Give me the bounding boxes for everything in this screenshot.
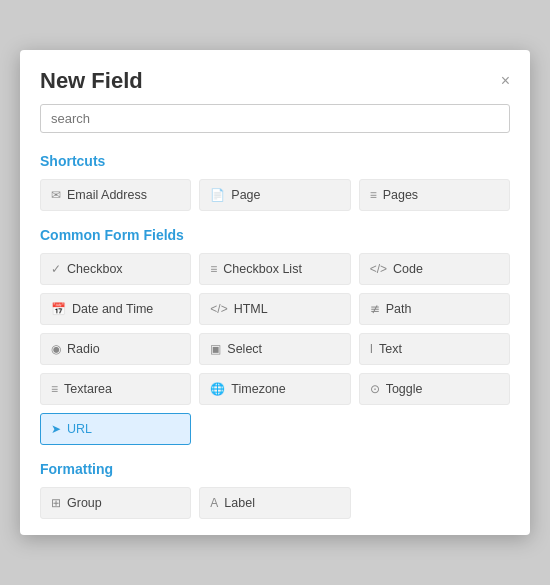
field-label-toggle: Toggle (386, 382, 423, 396)
field-label-timezone: Timezone (231, 382, 285, 396)
field-grid-formatting: ⊞GroupALabel (40, 487, 510, 519)
field-icon-html: </> (210, 302, 227, 316)
field-grid-shortcuts: ✉Email Address📄Page≡Pages (40, 179, 510, 211)
close-button[interactable]: × (501, 73, 510, 89)
field-item-timezone[interactable]: 🌐Timezone (199, 373, 350, 405)
field-item-email-address[interactable]: ✉Email Address (40, 179, 191, 211)
modal-header: New Field × (20, 50, 530, 104)
field-icon-text: I (370, 342, 373, 356)
section-common-form-fields: Common Form Fields✓Checkbox≡Checkbox Lis… (20, 217, 530, 451)
field-item-pages[interactable]: ≡Pages (359, 179, 510, 211)
field-icon-page: 📄 (210, 188, 225, 202)
modal-body: Shortcuts✉Email Address📄Page≡PagesCommon… (20, 143, 530, 535)
field-icon-email-address: ✉ (51, 188, 61, 202)
field-item-select[interactable]: ▣Select (199, 333, 350, 365)
field-icon-checkbox: ✓ (51, 262, 61, 276)
section-formatting: Formatting⊞GroupALabel (20, 451, 530, 525)
field-label-checkbox: Checkbox (67, 262, 123, 276)
field-label-date-and-time: Date and Time (72, 302, 153, 316)
field-item-radio[interactable]: ◉Radio (40, 333, 191, 365)
field-icon-checkbox-list: ≡ (210, 262, 217, 276)
field-label-html: HTML (234, 302, 268, 316)
field-label-group: Group (67, 496, 102, 510)
new-field-modal: New Field × Shortcuts✉Email Address📄Page… (20, 50, 530, 535)
field-item-url[interactable]: ➤URL (40, 413, 191, 445)
field-item-text[interactable]: IText (359, 333, 510, 365)
field-label-path: Path (386, 302, 412, 316)
field-item-checkbox-list[interactable]: ≡Checkbox List (199, 253, 350, 285)
field-icon-pages: ≡ (370, 188, 377, 202)
field-label-select: Select (227, 342, 262, 356)
field-item-textarea[interactable]: ≡Textarea (40, 373, 191, 405)
field-label-url: URL (67, 422, 92, 436)
field-icon-date-and-time: 📅 (51, 302, 66, 316)
field-grid-common-form-fields: ✓Checkbox≡Checkbox List</>Code📅Date and … (40, 253, 510, 445)
field-item-toggle[interactable]: ⊙Toggle (359, 373, 510, 405)
field-icon-radio: ◉ (51, 342, 61, 356)
field-icon-url: ➤ (51, 422, 61, 436)
field-icon-textarea: ≡ (51, 382, 58, 396)
field-item-checkbox[interactable]: ✓Checkbox (40, 253, 191, 285)
field-item-code[interactable]: </>Code (359, 253, 510, 285)
field-item-date-and-time[interactable]: 📅Date and Time (40, 293, 191, 325)
search-area (20, 104, 530, 143)
field-label-page: Page (231, 188, 260, 202)
section-title-common-form-fields: Common Form Fields (40, 227, 510, 243)
field-label-pages: Pages (383, 188, 418, 202)
field-icon-toggle: ⊙ (370, 382, 380, 396)
field-icon-select: ▣ (210, 342, 221, 356)
field-icon-timezone: 🌐 (210, 382, 225, 396)
section-shortcuts: Shortcuts✉Email Address📄Page≡Pages (20, 143, 530, 217)
section-title-shortcuts: Shortcuts (40, 153, 510, 169)
field-label-email-address: Email Address (67, 188, 147, 202)
field-label-code: Code (393, 262, 423, 276)
field-icon-group: ⊞ (51, 496, 61, 510)
modal-title: New Field (40, 68, 143, 94)
field-label-label: Label (224, 496, 255, 510)
field-label-text: Text (379, 342, 402, 356)
field-item-page[interactable]: 📄Page (199, 179, 350, 211)
field-item-html[interactable]: </>HTML (199, 293, 350, 325)
field-item-label[interactable]: ALabel (199, 487, 350, 519)
field-icon-label: A (210, 496, 218, 510)
section-title-formatting: Formatting (40, 461, 510, 477)
field-icon-code: </> (370, 262, 387, 276)
field-icon-path: ≢ (370, 302, 380, 316)
field-label-radio: Radio (67, 342, 100, 356)
field-item-group[interactable]: ⊞Group (40, 487, 191, 519)
search-input[interactable] (40, 104, 510, 133)
field-label-checkbox-list: Checkbox List (223, 262, 302, 276)
field-label-textarea: Textarea (64, 382, 112, 396)
field-item-path[interactable]: ≢Path (359, 293, 510, 325)
